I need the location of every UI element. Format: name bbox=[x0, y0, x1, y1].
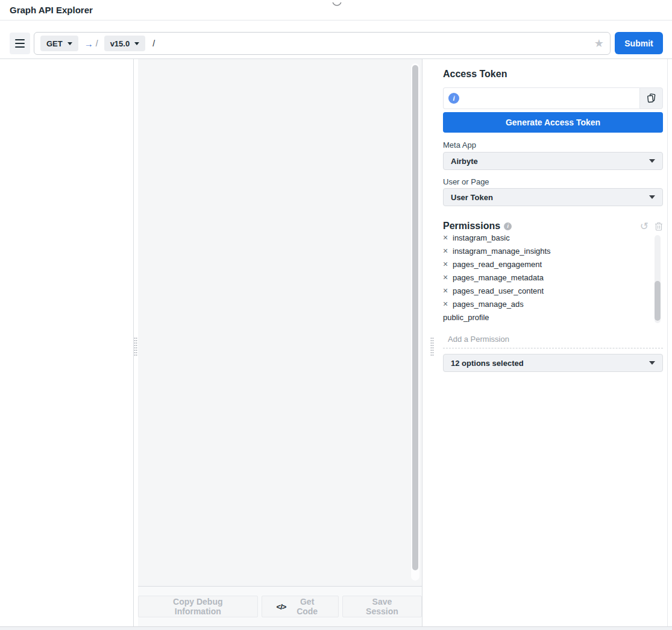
permission-label: public_profile bbox=[443, 313, 489, 322]
permission-label: pages_manage_ads bbox=[453, 300, 524, 309]
chevron-down-icon bbox=[649, 195, 655, 199]
bottom-strip bbox=[0, 626, 672, 630]
access-token-input[interactable] bbox=[463, 88, 635, 109]
scrollbar-thumb[interactable] bbox=[655, 281, 661, 321]
permission-item: public_profile bbox=[443, 310, 652, 323]
permissions-header: Permissions i ↺ bbox=[443, 221, 663, 232]
permissions-title: Permissions bbox=[443, 221, 500, 232]
permission-item: × pages_manage_metadata bbox=[443, 271, 652, 284]
response-pane: Copy Debug Information </> Get Code Save… bbox=[138, 59, 422, 626]
version-label: v15.0 bbox=[110, 39, 130, 48]
right-pane-divider bbox=[667, 59, 668, 626]
menu-button[interactable] bbox=[10, 33, 30, 54]
trash-icon[interactable] bbox=[655, 221, 663, 231]
remove-permission-icon[interactable]: × bbox=[443, 299, 453, 309]
chevron-down-icon bbox=[68, 42, 72, 45]
chevron-down-icon bbox=[649, 159, 655, 163]
save-session-label: Save Session bbox=[357, 597, 407, 616]
access-token-field-group: i bbox=[443, 87, 663, 109]
hamburger-icon bbox=[15, 39, 25, 40]
permission-label: pages_read_engagement bbox=[453, 260, 542, 269]
meta-app-selected: Airbyte bbox=[451, 157, 478, 166]
scrollbar-thumb[interactable] bbox=[412, 65, 418, 570]
request-toolbar: GET → / v15.0 / ★ Submit bbox=[0, 21, 672, 59]
get-code-button[interactable]: </> Get Code bbox=[262, 596, 339, 617]
permission-item: × instagram_basic bbox=[443, 234, 652, 244]
permission-label: instagram_basic bbox=[453, 234, 510, 242]
permission-label: pages_read_user_content bbox=[453, 286, 544, 295]
copy-icon bbox=[646, 93, 656, 104]
left-sidebar-pane bbox=[0, 59, 134, 626]
copy-debug-button[interactable]: Copy Debug Information bbox=[138, 596, 258, 617]
meta-app-dropdown[interactable]: Airbyte bbox=[443, 152, 663, 170]
permission-item: × pages_manage_ads bbox=[443, 297, 652, 310]
remove-permission-icon[interactable]: × bbox=[443, 286, 453, 295]
access-token-title: Access Token bbox=[443, 69, 507, 80]
header-bar: Graph API Explorer bbox=[0, 0, 672, 20]
info-icon[interactable]: i bbox=[448, 93, 459, 104]
version-dropdown[interactable]: v15.0 bbox=[104, 36, 146, 51]
response-scrollbar[interactable] bbox=[411, 63, 419, 581]
options-selected-label: 12 options selected bbox=[451, 359, 524, 368]
remove-permission-icon[interactable]: × bbox=[443, 259, 453, 269]
permission-item: × pages_read_engagement bbox=[443, 257, 652, 271]
graph-api-explorer-page: Graph API Explorer GET → / v15.0 / ★ Sub bbox=[0, 0, 672, 630]
response-footer-bar: Copy Debug Information </> Get Code Save… bbox=[138, 586, 422, 626]
remove-permission-icon[interactable]: × bbox=[443, 246, 453, 256]
permission-item: × instagram_manage_insights bbox=[443, 244, 652, 257]
user-or-page-label: User or Page bbox=[443, 177, 489, 186]
permissions-options-dropdown[interactable]: 12 options selected bbox=[443, 354, 663, 372]
generate-access-token-button[interactable]: Generate Access Token bbox=[443, 112, 663, 133]
permission-label: instagram_manage_insights bbox=[453, 247, 551, 256]
pane-resize-handle[interactable] bbox=[430, 337, 434, 356]
page-title: Graph API Explorer bbox=[10, 5, 93, 15]
endpoint-path-input[interactable]: / bbox=[152, 39, 155, 48]
chevron-down-icon bbox=[649, 361, 655, 365]
path-root-slash: / bbox=[96, 39, 98, 48]
arrow-icon: → bbox=[84, 39, 93, 49]
method-dropdown[interactable]: GET bbox=[40, 36, 78, 51]
method-label: GET bbox=[46, 39, 63, 48]
copy-token-button[interactable] bbox=[639, 87, 663, 109]
user-or-page-selected: User Token bbox=[451, 193, 493, 202]
undo-icon[interactable]: ↺ bbox=[640, 221, 648, 232]
copy-debug-label: Copy Debug Information bbox=[153, 597, 243, 616]
get-code-label: Get Code bbox=[290, 597, 323, 616]
remove-permission-icon[interactable]: × bbox=[443, 272, 453, 282]
save-session-button[interactable]: Save Session bbox=[342, 596, 422, 617]
selected-permissions-list: × instagram_basic × instagram_manage_ins… bbox=[443, 234, 652, 323]
user-or-page-dropdown[interactable]: User Token bbox=[443, 188, 663, 206]
code-icon: </> bbox=[277, 602, 286, 611]
permission-label: pages_manage_metadata bbox=[453, 273, 544, 282]
permission-item: × pages_read_user_content bbox=[443, 284, 652, 297]
request-url-bar[interactable]: GET → / v15.0 / ★ bbox=[34, 32, 611, 55]
favorite-star-icon[interactable]: ★ bbox=[594, 38, 604, 49]
remove-permission-icon[interactable]: × bbox=[443, 234, 453, 242]
pane-resize-handle[interactable] bbox=[134, 337, 137, 356]
search-icon[interactable] bbox=[330, 0, 344, 6]
access-token-pane: Access Token i Generate Access Token Met… bbox=[443, 59, 663, 626]
meta-app-label: Meta App bbox=[443, 140, 476, 150]
submit-button[interactable]: Submit bbox=[615, 32, 663, 54]
info-icon[interactable]: i bbox=[504, 222, 512, 230]
add-permission-input[interactable] bbox=[443, 330, 663, 348]
chevron-down-icon bbox=[134, 42, 139, 45]
access-token-field[interactable]: i bbox=[443, 87, 639, 109]
permissions-scrollbar[interactable] bbox=[655, 235, 661, 323]
